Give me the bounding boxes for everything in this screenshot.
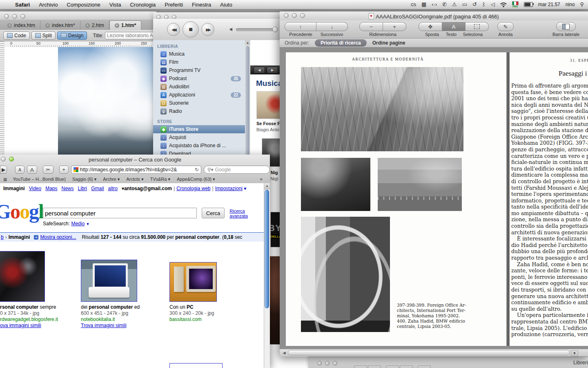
bookmark-item[interactable]: Appe&Comp (63) ▾ — [177, 177, 215, 182]
scroll-left-arrow[interactable]: ◀ — [281, 350, 287, 355]
status-icon[interactable]: ◁ — [491, 0, 495, 9]
zoom-in-button[interactable]: + — [383, 22, 406, 31]
similar-images-link[interactable]: Trova immagini simili — [81, 323, 150, 329]
menu-item[interactable]: Safari — [11, 2, 34, 8]
menu-item[interactable]: Vista — [105, 2, 126, 8]
close-tab-icon[interactable]: × — [7, 23, 12, 28]
scrollbar-thumb[interactable] — [288, 350, 570, 355]
sidebar-store-item[interactable]: ↓ Acquistato da iPhone di ... — [153, 141, 245, 150]
menu-item[interactable]: Finestra — [187, 2, 216, 8]
close-tab-icon[interactable]: × — [85, 23, 90, 28]
menu-item[interactable]: Archivio — [34, 2, 62, 8]
select-tool-button[interactable] — [466, 22, 489, 31]
google-nav-link[interactable]: Gmail — [91, 186, 104, 191]
sidebar-library-item[interactable]: ▤ Film — [153, 58, 245, 66]
stop-button[interactable]: ■ — [183, 21, 199, 38]
expand-options-icon[interactable]: + — [34, 235, 38, 240]
hand-tool-button[interactable]: ✥ — [419, 22, 442, 31]
google-nav-link[interactable]: Libri — [78, 186, 87, 191]
close-tab-icon[interactable]: × — [45, 23, 50, 28]
status-icon[interactable]: ▭ — [462, 0, 467, 9]
google-search-input[interactable] — [43, 208, 197, 218]
status-icon[interactable]: ↺ — [472, 0, 477, 9]
image-thumbnail[interactable] — [0, 251, 45, 302]
safari-titlebar[interactable]: personal computer – Cerca con Google — [0, 155, 270, 164]
show-options-link[interactable]: Mostra opzioni... — [40, 234, 76, 240]
google-nav-link[interactable]: Maps — [45, 186, 57, 191]
next-page-button[interactable]: ↓ — [316, 22, 348, 31]
zoom-out-button[interactable]: − — [359, 22, 383, 31]
scrollbar-thumb[interactable] — [245, 46, 249, 168]
safesearch-arrow[interactable]: ▼ — [86, 222, 89, 226]
sidebar-library-item[interactable]: ◉ Podcast 35 — [153, 74, 245, 83]
image-thumbnail[interactable] — [81, 260, 137, 302]
google-nav-link[interactable]: News — [62, 186, 74, 191]
image-thumbnail[interactable] — [169, 262, 217, 302]
toolbar-button[interactable] — [368, 366, 381, 368]
menu-item[interactable]: Composizione — [62, 2, 105, 8]
sidebar-library-item[interactable]: Ω Suonerie — [153, 99, 245, 107]
safesearch-level-link[interactable]: Medio — [71, 221, 85, 227]
new-tab-button[interactable]: + — [59, 166, 69, 174]
breadcrumb-web-link[interactable]: b — [1, 234, 4, 240]
menu-item[interactable]: Preferiti — [160, 2, 187, 8]
minimize-button[interactable] — [12, 14, 17, 19]
store-forward-button[interactable]: ▶ — [267, 67, 278, 74]
menu-clock[interactable]: mar 21.57 — [538, 2, 560, 7]
menu-item[interactable]: Cronologia — [125, 2, 160, 8]
result-caption[interactable]: Con un PC — [169, 304, 231, 310]
sidebar-store-item[interactable]: ↓ Acquisti — [153, 133, 245, 141]
document-tab[interactable]: × 2.htm — [80, 21, 109, 30]
rewind-button[interactable]: ◀◀ — [167, 23, 180, 36]
bookmark-item[interactable]: Archre ▾ — [103, 177, 120, 182]
sidebar-library-item[interactable]: ▭ Programmi TV — [153, 66, 245, 74]
document-tab[interactable]: × index.htm — [2, 21, 40, 30]
design-canvas[interactable] — [4, 47, 156, 155]
document-tab[interactable]: × index.htm* — [40, 21, 80, 30]
bookmarks-overflow-chevron[interactable]: » — [260, 176, 270, 182]
status-icon[interactable]: ᛒ — [482, 0, 486, 9]
status-icon[interactable]: ᴄs — [411, 0, 416, 9]
bookmark-item[interactable]: Saggio (6) ▾ — [72, 177, 96, 182]
user-menu[interactable]: nino — [566, 2, 575, 7]
store-back-button[interactable]: ◀ — [254, 67, 265, 74]
text-tool-button[interactable]: A — [442, 22, 466, 31]
background-window-titlebar[interactable]: Libreri — [308, 357, 588, 368]
keyboard-flag-icon[interactable]: PRO — [512, 1, 519, 8]
toolbar-button[interactable] — [386, 366, 399, 368]
sidebar-library-item[interactable]: A Applicazioni 22 — [153, 91, 245, 99]
page-dropdown-arrow[interactable]: ▼ — [571, 350, 578, 356]
album-title[interactable]: Se Fosse F — [256, 121, 280, 126]
album-artist[interactable]: Biagio Anto — [256, 127, 279, 132]
sidebar-library-item[interactable]: ψ Radio — [153, 107, 245, 115]
web-clip-icon[interactable]: ✂ — [43, 166, 53, 174]
zoom-button[interactable] — [333, 361, 337, 366]
minimize-button[interactable] — [325, 361, 330, 366]
volume-slider-thumb[interactable] — [272, 27, 278, 32]
result-caption[interactable]: dei personal computer ed — [81, 304, 150, 310]
similar-images-link[interactable]: ova immagini simili — [0, 323, 69, 329]
forward-button[interactable]: ▶ — [0, 166, 7, 174]
volume-slider[interactable] — [236, 28, 278, 31]
zoom-button[interactable] — [20, 14, 25, 19]
design-view-button[interactable]: Design — [57, 31, 87, 40]
google-nav-link[interactable]: altro — [108, 186, 118, 191]
previous-page-button[interactable]: ↑ — [285, 22, 316, 31]
split-view-button[interactable]: Split — [31, 31, 56, 40]
bookmarks-grid-icon[interactable]: ▦ — [3, 177, 7, 182]
sidebar-library-item[interactable]: ♫ Musica — [153, 50, 245, 58]
editor-titlebar[interactable] — [0, 11, 156, 20]
sidebar-library-item[interactable]: ▥ Audiolibri — [153, 83, 245, 91]
status-icon[interactable]: ⚠ — [452, 0, 457, 9]
reload-icon[interactable]: ↻ — [195, 167, 199, 173]
result-caption[interactable]: rsonal computer sempre — [0, 304, 69, 310]
google-search-button[interactable]: Cerca — [202, 208, 225, 218]
scroll-up-arrow[interactable]: ▲ — [264, 183, 270, 189]
toolbar-button[interactable] — [354, 366, 367, 368]
bookmark-item[interactable]: YouTube – H...Bondi Blue) — [13, 177, 65, 182]
sidebar-store-item[interactable]: ◆ iTunes Store — [153, 125, 245, 133]
document-tab[interactable]: × 1.htm* — [109, 20, 142, 30]
scrollbar-thumb[interactable] — [265, 190, 269, 308]
status-icon[interactable]: ✆ — [442, 0, 447, 9]
sort-by-page-order-button[interactable]: Ordine pagine — [372, 40, 405, 46]
